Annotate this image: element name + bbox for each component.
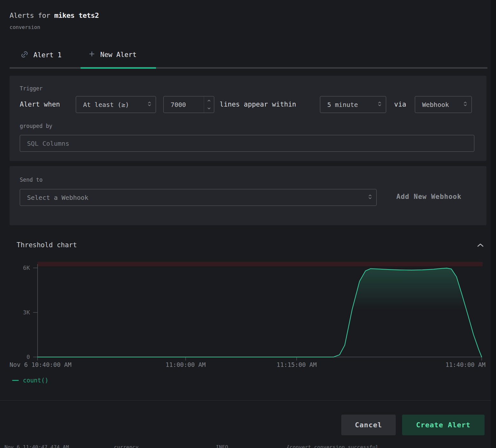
add-new-webhook-button[interactable]: Add New Webhook: [396, 193, 462, 200]
threshold-zone: [38, 262, 483, 266]
page-title: Alerts for mikes tets2: [10, 11, 99, 19]
tab-new-alert[interactable]: New Alert: [88, 50, 137, 59]
tab-alert-1-label: Alert 1: [33, 51, 62, 59]
grouped-by-input-wrap: [20, 135, 474, 152]
x-axis-label: 11:40:00 AM: [445, 361, 485, 368]
chevron-up-icon: [476, 245, 485, 250]
chart-legend: count(): [12, 377, 48, 384]
chevron-up-down-icon: [377, 101, 382, 109]
threshold-chart: 03K6KNov 6 10:40:00 AM11:00:00 AM11:15:0…: [0, 259, 491, 371]
page-subtitle: conversion: [10, 24, 40, 30]
x-axis-label: 11:00:00 AM: [166, 361, 206, 368]
y-axis-label: 3K: [0, 309, 30, 316]
alert-when-text: Alert when: [20, 96, 60, 113]
log-timestamp: Nov 6 11:40:47.474 AM: [4, 444, 69, 448]
log-service: currency: [114, 444, 138, 448]
legend-series-label: count(): [23, 377, 48, 384]
grouped-by-input[interactable]: [27, 140, 474, 147]
condition-select-value: At least (≥): [83, 101, 129, 108]
interval-select[interactable]: 5 minute: [320, 96, 386, 113]
channel-select-value: Webhook: [422, 101, 449, 108]
threshold-input-group: [163, 96, 214, 113]
page-title-prefix: Alerts for: [10, 11, 54, 19]
link-icon: [20, 50, 29, 60]
spinner-increment-button[interactable]: [204, 96, 214, 105]
trigger-section-label: Trigger: [20, 85, 43, 92]
threshold-spinner: [204, 96, 214, 113]
threshold-chart-title: Threshold chart: [17, 241, 77, 249]
chevron-up-down-icon: [368, 193, 372, 202]
create-alert-button[interactable]: Create Alert: [402, 415, 485, 435]
log-message: {convert conversion successful: [287, 444, 379, 448]
send-to-label: Send to: [20, 177, 43, 183]
grouped-by-label: grouped by: [20, 123, 52, 129]
tab-underline-active: [81, 67, 156, 69]
via-text: via: [394, 96, 406, 113]
legend-line-swatch: [12, 380, 19, 381]
condition-select[interactable]: At least (≥): [76, 96, 156, 113]
threshold-input[interactable]: [164, 96, 204, 113]
x-axis-label: 11:15:00 AM: [277, 361, 317, 368]
lines-appear-text: lines appear within: [220, 96, 296, 113]
chevron-up-down-icon: [463, 101, 468, 109]
x-axis-label: Nov 6 10:40:00 AM: [10, 361, 71, 368]
tab-new-alert-label: New Alert: [100, 51, 137, 59]
background-log-row: Nov 6 11:40:47.474 AM currency INFO {con…: [0, 444, 491, 448]
plus-icon: [88, 50, 96, 59]
chevron-up-down-icon: [147, 101, 152, 109]
trigger-panel: Trigger Alert when At least (≥) lines ap: [10, 76, 486, 161]
log-level: INFO: [216, 444, 228, 448]
footer-divider: [0, 400, 491, 401]
webhook-select-placeholder: Select a Webhook: [27, 194, 89, 201]
collapse-chart-button[interactable]: [476, 241, 485, 250]
spinner-decrement-button[interactable]: [204, 105, 214, 113]
tab-alert-1[interactable]: Alert 1: [20, 50, 62, 60]
chart-canvas: [0, 259, 491, 371]
cancel-button[interactable]: Cancel: [341, 415, 396, 435]
y-axis-label: 0: [0, 354, 30, 360]
y-axis-label: 6K: [0, 264, 30, 271]
webhook-select[interactable]: Select a Webhook: [20, 189, 377, 206]
channel-select[interactable]: Webhook: [415, 96, 472, 113]
alert-modal: Alerts for mikes tets2 conversion Alert …: [0, 0, 491, 448]
page-title-source-name: mikes tets2: [54, 11, 99, 19]
series-area: [38, 268, 482, 357]
interval-select-value: 5 minute: [327, 101, 358, 108]
